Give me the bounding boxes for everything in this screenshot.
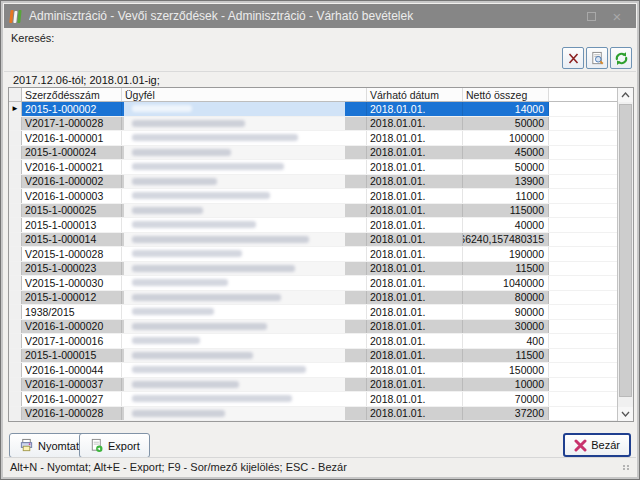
chevron-up-icon <box>621 92 630 98</box>
close-window-button[interactable]: × <box>604 6 630 26</box>
expected-date-cell: 2018.01.01. <box>367 204 463 218</box>
scrollbar-thumb[interactable] <box>619 104 632 397</box>
expected-date-cell: 2018.01.01. <box>367 117 463 131</box>
net-amount-cell: 50000 <box>463 117 549 131</box>
resize-grip[interactable] <box>623 465 630 470</box>
redacted-customer-name <box>124 305 345 319</box>
net-amount-cell: 400 <box>463 334 549 348</box>
scroll-down-button[interactable] <box>618 407 633 421</box>
header-filler-cell <box>549 88 617 101</box>
filler-cell <box>549 320 617 334</box>
table-row[interactable]: 2015-1-0000122018.01.01.80000 <box>9 291 617 306</box>
contract-number-cell: V2016-1-000028 <box>22 407 122 421</box>
title-bar: Adminisztráció - Vevői szerződések - Adm… <box>4 4 636 28</box>
customer-cell <box>122 102 367 116</box>
preview-button[interactable] <box>586 47 608 69</box>
row-indicator-cell <box>9 305 22 319</box>
close-button[interactable]: Bezár <box>563 433 631 457</box>
contract-number-cell: 1938/2015 <box>22 305 122 319</box>
header-net-amount[interactable]: Nettó összeg <box>463 88 549 101</box>
close-x-icon <box>574 439 587 452</box>
filler-cell <box>549 262 617 276</box>
header-contract-number[interactable]: Szerződésszám <box>22 88 122 101</box>
net-amount-cell: 30000 <box>463 320 549 334</box>
redacted-customer-name <box>124 349 345 363</box>
table-row[interactable]: V2016-1-0000202018.01.01.30000 <box>9 320 617 335</box>
table-row[interactable]: 2015-1-0000152018.01.01.11500 <box>9 349 617 364</box>
app-window: Adminisztráció - Vevői szerződések - Adm… <box>0 0 640 480</box>
header-expected-date[interactable]: Várható dátum <box>367 88 463 101</box>
table-row[interactable]: V2016-1-0000442018.01.01.150000 <box>9 363 617 378</box>
window-title: Adminisztráció - Vevői szerződések - Adm… <box>29 9 578 23</box>
table-row[interactable]: V2016-1-0000032018.01.01.11000 <box>9 189 617 204</box>
scroll-up-button[interactable] <box>618 88 633 102</box>
contract-number-cell: 2015-1-000015 <box>22 349 122 363</box>
filler-cell <box>549 247 617 261</box>
row-indicator-cell <box>9 407 22 421</box>
row-indicator-cell <box>9 131 22 145</box>
redacted-customer-name <box>124 160 345 174</box>
net-amount-cell: 14000 <box>463 102 549 116</box>
expected-date-cell: 2018.01.01. <box>367 146 463 160</box>
customer-cell <box>122 247 367 261</box>
clear-x-icon <box>567 52 580 65</box>
table-row[interactable]: 2015-1-0000232018.01.01.11500 <box>9 262 617 277</box>
filler-cell <box>549 102 617 116</box>
print-preview-icon <box>590 51 605 66</box>
table-row[interactable]: ►2015-1-0000022018.01.01.14000 <box>9 102 617 117</box>
filler-cell <box>549 349 617 363</box>
table-row[interactable]: V2016-1-0000272018.01.01.70000 <box>9 392 617 407</box>
status-text: Alt+N - Nyomtat; Alt+E - Export; F9 - So… <box>10 461 347 473</box>
table-row[interactable]: V2015-1-0000302018.01.01.1040000 <box>9 276 617 291</box>
customer-cell <box>122 305 367 319</box>
filler-cell <box>549 218 617 232</box>
table-row[interactable]: V2016-1-0000282018.01.01.37200 <box>9 407 617 422</box>
clear-filter-button[interactable] <box>562 47 584 69</box>
table-row[interactable]: V2017-1-0000162018.01.01.400 <box>9 334 617 349</box>
customer-cell <box>122 117 367 131</box>
contract-number-cell: V2015-1-000030 <box>22 276 122 290</box>
print-button[interactable]: Nyomtat <box>9 433 89 458</box>
maximize-button[interactable] <box>578 6 604 26</box>
expected-date-cell: 2018.01.01. <box>367 363 463 377</box>
redacted-customer-name <box>124 320 345 334</box>
scrollbar-track[interactable] <box>618 102 633 407</box>
table-row[interactable]: V2016-1-0000372018.01.01.10000 <box>9 378 617 393</box>
filler-cell <box>549 131 617 145</box>
table-row[interactable]: 2015-1-0000252018.01.01.115000 <box>9 204 617 219</box>
net-amount-cell: 166240,157480315 <box>463 233 549 247</box>
expected-date-cell: 2018.01.01. <box>367 131 463 145</box>
export-button[interactable]: Export <box>79 433 150 458</box>
row-indicator-cell <box>9 117 22 131</box>
table-row[interactable]: 1938/20152018.01.01.90000 <box>9 305 617 320</box>
net-amount-cell: 190000 <box>463 247 549 261</box>
table-row[interactable]: 2015-1-0000142018.01.01.166240,157480315 <box>9 233 617 248</box>
table-row[interactable]: V2016-1-0000212018.01.01.50000 <box>9 160 617 175</box>
vertical-scrollbar[interactable] <box>617 88 633 421</box>
filler-cell <box>549 276 617 290</box>
row-indicator-cell <box>9 247 22 261</box>
table-row[interactable]: 2015-1-0000132018.01.01.40000 <box>9 218 617 233</box>
net-amount-cell: 10000 <box>463 378 549 392</box>
row-indicator-cell <box>9 320 22 334</box>
header-customer[interactable]: Ügyfél <box>122 88 367 101</box>
table-row[interactable]: V2017-1-0000282018.01.01.50000 <box>9 117 617 132</box>
contract-number-cell: 2015-1-000012 <box>22 291 122 305</box>
refresh-button[interactable] <box>610 47 632 69</box>
chevron-down-icon <box>621 411 630 417</box>
net-amount-cell: 150000 <box>463 363 549 377</box>
redacted-customer-name <box>124 291 345 305</box>
net-amount-cell: 1040000 <box>463 276 549 290</box>
table-row[interactable]: 2015-1-0000242018.01.01.45000 <box>9 146 617 161</box>
customer-cell <box>122 189 367 203</box>
contracts-grid: Szerződésszám Ügyfél Várható dátum Nettó… <box>8 87 634 422</box>
row-indicator-cell <box>9 218 22 232</box>
expected-date-cell: 2018.01.01. <box>367 262 463 276</box>
table-row[interactable]: V2016-1-0000012018.01.01.100000 <box>9 131 617 146</box>
refresh-icon <box>614 51 629 66</box>
table-row[interactable]: V2016-1-0000022018.01.01.13900 <box>9 175 617 190</box>
net-amount-cell: 11000 <box>463 189 549 203</box>
table-row[interactable]: V2015-1-0000282018.01.01.190000 <box>9 247 617 262</box>
customer-cell <box>122 291 367 305</box>
expected-date-cell: 2018.01.01. <box>367 407 463 421</box>
